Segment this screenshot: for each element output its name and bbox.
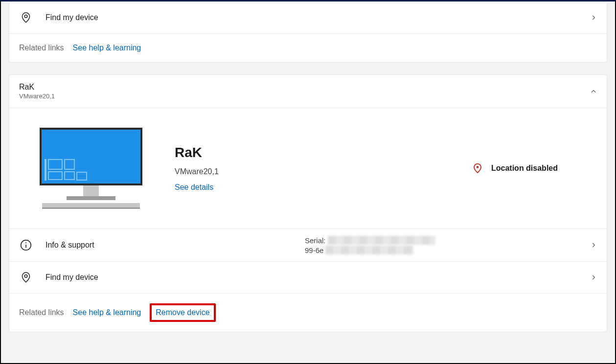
location-icon — [19, 271, 33, 284]
remove-device-highlight: Remove device — [150, 303, 215, 322]
device-model-small: VMware20,1 — [19, 92, 590, 100]
device-header[interactable]: RaK VMware20,1 — [9, 75, 607, 108]
location-status: Location disabled — [472, 162, 558, 174]
serial-partial: 99-6e — [305, 246, 323, 254]
location-disabled-icon — [472, 162, 483, 174]
related-links-label-2: Related links — [19, 308, 64, 317]
device-title: RaK — [175, 145, 472, 160]
device-body: RaK VMware20,1 See details Location disa… — [9, 108, 607, 228]
help-learning-link[interactable]: See help & learning — [73, 44, 141, 52]
device-model: VMware20,1 — [175, 167, 472, 176]
chevron-right-icon — [590, 14, 597, 21]
find-device-row-2[interactable]: Find my device — [9, 261, 607, 293]
svg-point-0 — [24, 15, 27, 18]
related-links-row-2: Related links See help & learning Remove… — [9, 293, 607, 332]
remove-device-link[interactable]: Remove device — [156, 308, 209, 317]
serial-redacted-2 — [325, 246, 413, 254]
device-info: RaK VMware20,1 See details — [175, 145, 472, 192]
info-support-row[interactable]: Info & support Serial: 99-6e — [9, 228, 607, 261]
serial-block: Serial: 99-6e — [305, 236, 435, 254]
device-card-top: Find my device Related links See help & … — [9, 1, 607, 63]
svg-point-1 — [477, 166, 479, 168]
info-icon — [19, 238, 33, 252]
find-device-label: Find my device — [46, 13, 590, 22]
location-status-text: Location disabled — [491, 164, 558, 173]
help-learning-link-2[interactable]: See help & learning — [73, 308, 141, 317]
related-links-label: Related links — [19, 44, 64, 52]
related-links-row: Related links See help & learning — [9, 33, 607, 62]
info-support-label: Info & support — [46, 241, 305, 250]
svg-point-4 — [25, 242, 26, 243]
device-name: RaK — [19, 83, 590, 91]
device-card-rak: RaK VMware20,1 — [9, 74, 607, 332]
find-device-row[interactable]: Find my device — [9, 2, 607, 33]
location-icon — [19, 11, 33, 24]
serial-label: Serial: — [305, 236, 326, 245]
find-device-label-2: Find my device — [46, 273, 590, 282]
svg-point-5 — [24, 274, 27, 277]
see-details-link[interactable]: See details — [175, 183, 472, 192]
device-image — [35, 128, 147, 209]
chevron-up-icon — [590, 88, 597, 95]
chevron-right-icon — [590, 242, 597, 249]
serial-redacted — [328, 236, 435, 245]
chevron-right-icon — [590, 274, 597, 281]
